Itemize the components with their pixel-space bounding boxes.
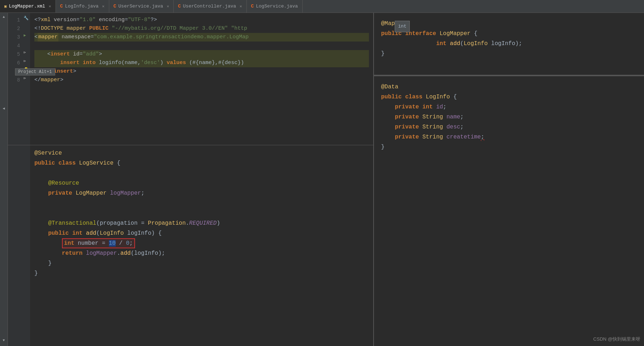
rm-line-3: int int add(LogInfo logInfo);	[381, 39, 637, 49]
ln-4: 4	[9, 42, 20, 50]
li-line-4: private String name;	[381, 112, 637, 122]
ls-line-6	[34, 198, 369, 208]
tab-logservice-java[interactable]: C LogService.java	[247, 0, 303, 13]
java-file-icon-3: C	[178, 4, 181, 9]
tab-bar: ▣ LogMapper.xml ✕ C LogInfo.java ✕ C Use…	[0, 0, 644, 13]
java-file-icon-4: C	[251, 4, 254, 9]
left-toolbar: ▲ ◀ ▼	[0, 13, 8, 346]
logservice-pane: @Service public class LogService { @Reso…	[8, 145, 373, 346]
left-panel: 1 2 3 4 5 6 7 8 🔧 ▶ ⊳ ⊳ 💡 ⊳	[8, 13, 373, 346]
ln-6: 6	[9, 59, 20, 67]
li-line-3: private int id;	[381, 102, 637, 112]
gutter-icon-3: ⊳	[24, 50, 26, 55]
xml-line-4	[34, 42, 369, 50]
gutter-icon-1: 🔧	[24, 16, 29, 20]
right-bottom-pane: @Data public class LogInfo { private int…	[374, 76, 644, 346]
xml-line-5: <insert id="add">	[34, 50, 369, 59]
right-top-pane: @Mapper public interface LogMapper { int…	[374, 13, 644, 75]
rm-line-1: @Mapper	[381, 19, 637, 29]
gutter-icon-4: ⊳	[24, 59, 26, 63]
main-layout: ▲ ◀ ▼ 1 2 3 4 5 6 7 8 🔧	[0, 13, 644, 346]
ls-line-11: return logMapper.add(logInfo);	[34, 248, 369, 258]
project-tooltip: Project Alt+1	[15, 68, 55, 75]
int-type-hint: int	[395, 21, 409, 32]
ls-line-7	[34, 208, 369, 218]
xml-line-6: insert into loginfo(name,'desc') values …	[34, 59, 369, 67]
logservice-code-area: @Service public class LogService { @Reso…	[8, 145, 373, 346]
ls-line-13: }	[34, 268, 369, 278]
tab-close-loginfo[interactable]: ✕	[102, 4, 105, 9]
tab-close-userservice[interactable]: ✕	[167, 4, 169, 9]
java-file-icon-1: C	[60, 4, 63, 9]
logservice-gutter	[8, 145, 30, 346]
xml-pane: 1 2 3 4 5 6 7 8 🔧 ▶ ⊳ ⊳ 💡 ⊳	[8, 13, 373, 145]
ls-line-12: }	[34, 258, 369, 268]
logservice-code-content[interactable]: @Service public class LogService { @Reso…	[30, 145, 373, 346]
ls-line-9: public int add(LogInfo logInfo) {	[34, 228, 369, 238]
li-line-1: @Data	[381, 82, 637, 92]
ls-line-2: public class LogService {	[34, 158, 369, 168]
ln-1: 1	[9, 16, 20, 24]
ls-line-10: int number = 10 / 0;	[34, 238, 369, 248]
ls-line-5: private LogMapper logMapper;	[34, 188, 369, 198]
tab-usercontroller-java[interactable]: C UserController.java ✕	[174, 0, 247, 13]
java-file-icon-2: C	[114, 4, 116, 9]
toolbar-arrow-down[interactable]: ▼	[2, 338, 5, 343]
ls-ln-hidden	[8, 148, 30, 157]
ls-line-8: @Transactional(propagation = Propagation…	[34, 218, 369, 228]
toolbar-arrow-mid[interactable]: ◀	[2, 106, 5, 111]
xml-line-2: <!DOCTYPE mapper PUBLIC "-//mybatis.org/…	[34, 24, 369, 33]
xml-line-1: <?xml version="1.0" encoding="UTF-8"?>	[34, 16, 369, 24]
watermark: CSDN @快到锅里来呀	[593, 336, 640, 342]
ls-line-4: @Resource	[34, 178, 369, 188]
tab-loginfo-java[interactable]: C LogInfo.java ✕	[56, 0, 109, 13]
right-panel: @Mapper public interface LogMapper { int…	[373, 13, 644, 346]
tab-close-usercontroller[interactable]: ✕	[240, 4, 242, 9]
tab-logmapper-xml[interactable]: ▣ LogMapper.xml ✕	[0, 0, 56, 13]
xml-line-3: <mapper namespace="com.example.springtra…	[34, 33, 369, 42]
xml-line-7: </insert>	[34, 67, 369, 76]
gutter-icon-6: ⊳	[24, 76, 26, 81]
ln-8: 8	[9, 76, 20, 84]
tab-close-xml[interactable]: ✕	[49, 4, 51, 9]
ln-3: 3	[9, 33, 20, 42]
xml-gutter: 🔧 ▶ ⊳ ⊳ 💡 ⊳	[23, 13, 30, 145]
xml-line-numbers: 1 2 3 4 5 6 7 8	[8, 13, 23, 145]
li-line-7: }	[381, 142, 637, 152]
ln-5: 5	[9, 50, 20, 59]
li-line-6: private String createtime;	[381, 132, 637, 142]
toolbar-arrow-up[interactable]: ▲	[2, 14, 5, 20]
xml-code-content[interactable]: <?xml version="1.0" encoding="UTF-8"?> <…	[30, 13, 373, 145]
ls-line-1: @Service	[34, 148, 369, 158]
li-line-5: private String desc;	[381, 122, 637, 132]
ls-line-3	[34, 168, 369, 178]
logmapper-code: @Mapper public interface LogMapper { int…	[374, 13, 644, 64]
gutter-icon-fold[interactable]: ▶	[24, 33, 26, 38]
xml-code-area: 1 2 3 4 5 6 7 8 🔧 ▶ ⊳ ⊳ 💡 ⊳	[8, 13, 373, 145]
li-line-2: public class LogInfo {	[381, 92, 637, 102]
xml-line-8: </mapper>	[34, 76, 369, 84]
xml-file-icon: ▣	[4, 4, 7, 9]
tab-userservice-java[interactable]: C UserService.java ✕	[109, 0, 174, 13]
loginfo-code: @Data public class LogInfo { private int…	[374, 76, 644, 158]
ln-2: 2	[9, 24, 20, 33]
